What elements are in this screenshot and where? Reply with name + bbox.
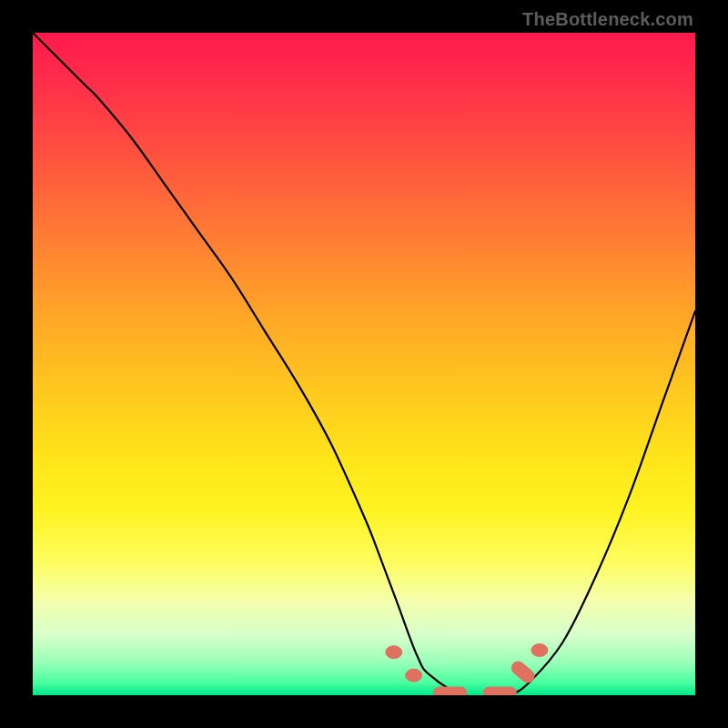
marker-dot [386,646,402,659]
attribution-label: TheBottleneck.com [522,9,693,30]
chart-plot-area [33,33,695,695]
bottleneck-curve [33,33,695,695]
marker-dot [434,687,467,695]
marker-dot [406,669,422,682]
chart-frame: TheBottleneck.com [0,0,728,728]
marker-dot [509,659,536,685]
chart-overlay [33,33,695,695]
marker-dot [483,687,516,695]
marker-dot [531,643,548,656]
